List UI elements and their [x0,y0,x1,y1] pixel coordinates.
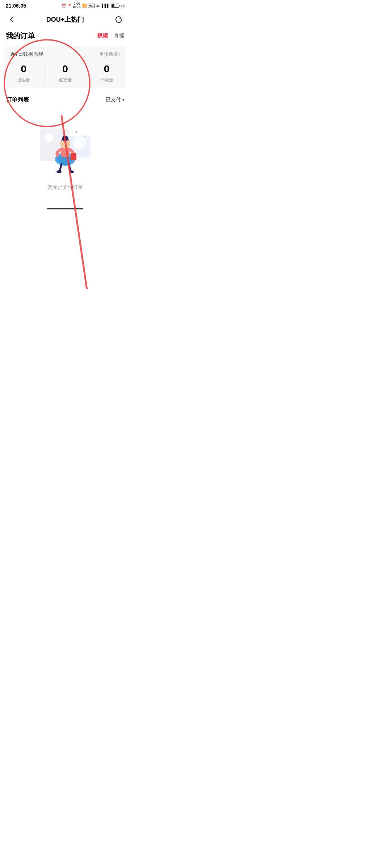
empty-illustration: ✦ ✦ [36,118,94,175]
order-section-title: 订单列表 [6,96,29,104]
metric-comments: 0 评论量 [100,63,113,83]
plays-label: 播放量 [17,77,30,83]
order-filter-label: 已支付 [106,97,121,103]
alarm-icon: ⏰ [62,4,66,8]
hd-icon: HD [88,4,95,8]
signal-4g-icon: 4G [96,4,101,8]
data-card-title: 近7日数据表现 [10,51,43,58]
page-header: 我的订单 视频 直播 [0,28,130,42]
tab-live[interactable]: 直播 [114,32,125,40]
tab-video[interactable]: 视频 [97,32,108,40]
status-bar: 21:06:05 ⏰ 📍 2.00KB/S 📶 HD 4G ▌▌▌ 38 [0,0,130,11]
comments-label: 评论量 [100,77,113,83]
svg-text:✦: ✦ [83,134,86,138]
order-section: 订单列表 已支付 ▾ [0,92,130,107]
metric-divider-2 [86,63,86,83]
chevron-right-icon: › [119,52,120,57]
empty-state: ✦ ✦ 暂无已支付订单 [0,107,130,205]
data-card-header: 近7日数据表现 更多数据 › [10,51,120,58]
svg-rect-8 [71,153,76,160]
likes-value: 0 [62,63,68,75]
status-icons: ⏰ 📍 2.00KB/S 📶 HD 4G ▌▌▌ 38 [62,2,125,9]
metric-plays: 0 播放量 [17,63,30,83]
plays-value: 0 [21,63,27,75]
page-title: 我的订单 [6,31,35,41]
empty-state-text: 暂无已支付订单 [47,184,83,191]
tab-group: 视频 直播 [97,32,125,40]
nav-bar: DOU+上热门 [0,11,130,28]
data-card: 近7日数据表现 更多数据 › 0 播放量 0 点赞量 0 评论量 [4,46,126,88]
svg-point-10 [69,170,74,173]
wifi-icon: 📶 [82,4,87,8]
metric-divider-1 [44,63,45,83]
nav-title: DOU+上热门 [46,15,84,24]
battery-icon [111,4,119,8]
likes-label: 点赞量 [59,77,72,83]
status-time: 21:06:05 [6,3,26,9]
comments-value: 0 [104,63,110,75]
svg-point-2 [45,133,53,142]
battery-percent: 38 [121,4,125,8]
svg-point-7 [62,136,68,141]
speed-label: 2.00KB/S [73,2,81,9]
svg-text:✦: ✦ [74,129,79,135]
svg-point-9 [56,170,62,173]
svg-point-3 [73,136,86,149]
chevron-down-icon: ▾ [122,97,125,102]
home-indicator [0,205,130,211]
back-button[interactable] [6,14,17,25]
data-metrics: 0 播放量 0 点赞量 0 评论量 [10,63,120,83]
refresh-button[interactable] [113,14,125,25]
home-bar [47,208,83,209]
more-data-button[interactable]: 更多数据 › [99,51,120,58]
metric-likes: 0 点赞量 [59,63,72,83]
signal-bar-icon: ▌▌▌ [102,4,110,8]
location-icon: 📍 [67,4,72,8]
order-filter-button[interactable]: 已支付 ▾ [106,97,125,103]
